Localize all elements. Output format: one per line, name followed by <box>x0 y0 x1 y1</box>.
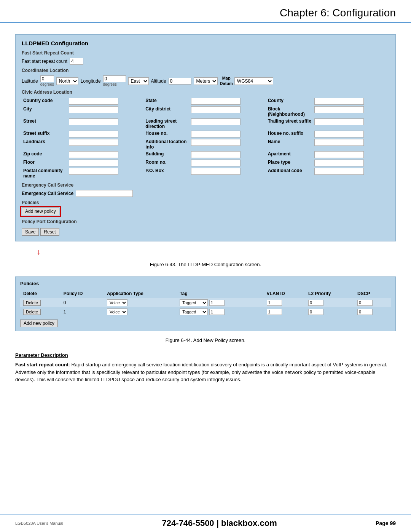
civic-label-leading-street: Leading streetdirection <box>144 118 190 130</box>
civic-input-trailing-suffix[interactable] <box>314 118 364 125</box>
civic-input-zipcode[interactable] <box>69 151 118 158</box>
civic-input-street-suffix[interactable] <box>69 131 118 137</box>
civic-section-title: Civic Address Location <box>22 89 389 95</box>
civic-input-block[interactable] <box>314 106 364 113</box>
altitude-label: Altitude <box>151 78 166 84</box>
arrow-annotation: ↓ <box>15 248 396 256</box>
civic-input-addl-code[interactable] <box>314 168 364 175</box>
col-vlan-id: VLAN ID <box>264 289 306 298</box>
l2-priority-input-1[interactable] <box>308 309 323 315</box>
civic-input-state[interactable] <box>191 98 241 105</box>
civic-input-postal-community[interactable] <box>69 168 118 175</box>
figure2-caption: Figure 6-44. Add New Policy screen. <box>15 337 396 343</box>
tag-select-1[interactable]: Tagged Untagged <box>180 308 208 315</box>
latitude-label: Latitude <box>22 78 38 84</box>
policies-panel: Policies Delete Policy ID Application Ty… <box>15 276 396 331</box>
vlan-tag-input-1[interactable] <box>209 309 225 315</box>
longitude-sub: degrees <box>103 82 117 86</box>
reset-button[interactable]: Reset <box>40 228 59 236</box>
ecs-input[interactable] <box>76 190 133 197</box>
coordinates-row: Latitude degrees North South Longitude d… <box>22 75 389 86</box>
vlan-id-input-1[interactable] <box>267 309 282 315</box>
fast-start-input[interactable] <box>70 58 83 65</box>
civic-input-house-no[interactable] <box>191 131 241 137</box>
save-button[interactable]: Save <box>22 228 39 236</box>
app-type-select-0[interactable]: Voice Video <box>107 299 127 306</box>
app-type-select-1[interactable]: Voice Video <box>107 308 127 315</box>
civic-label-name: Name <box>266 138 313 150</box>
civic-label-county: County <box>266 97 313 105</box>
tag-select-0[interactable]: Tagged Untagged <box>180 299 208 306</box>
civic-input-county[interactable] <box>314 98 364 105</box>
civic-label-block: Block(Neighbourhood) <box>266 105 313 118</box>
policy-row-0: Delete 0 Voice Video Tagged Untagged <box>20 298 391 308</box>
civic-input-citydistrict[interactable] <box>191 106 241 113</box>
civic-label-room-no: Room no. <box>144 159 190 167</box>
footer-center: 724-746-5500 | blackbox.com <box>162 518 277 528</box>
policy-row-1: Delete 1 Voice Video Tagged Untagged <box>20 307 391 316</box>
action-buttons: Save Reset <box>22 228 389 236</box>
civic-label-trailing-suffix: Trailing street suffix <box>266 118 313 130</box>
map-datum-label: MapDatum <box>220 76 233 86</box>
civic-label-addl-code: Additional code <box>266 167 313 179</box>
l2-priority-input-0[interactable] <box>308 300 323 306</box>
dscp-input-1[interactable] <box>357 309 373 315</box>
civic-label-building: Building <box>144 150 190 159</box>
policy-port-section: Policy Port Configuration <box>22 219 389 224</box>
vlan-tag-input-0[interactable] <box>209 300 225 306</box>
delete-button-0[interactable]: Delete <box>23 300 41 306</box>
civic-input-addl-location[interactable] <box>191 139 241 146</box>
civic-input-landmark[interactable] <box>69 139 118 146</box>
civic-row-8: Postal communityname P.O. Box Additional… <box>22 167 389 179</box>
policies-table: Delete Policy ID Application Type Tag VL… <box>20 289 391 316</box>
civic-input-house-no-suffix[interactable] <box>314 131 364 137</box>
ecs-label: Emergency Call Service <box>22 191 73 196</box>
policy-id-0: 0 <box>61 298 104 308</box>
fast-start-label: Fast start repeat count <box>22 59 67 64</box>
dscp-input-0[interactable] <box>357 300 373 306</box>
footer-right: Page 99 <box>376 520 396 526</box>
civic-input-floor[interactable] <box>69 160 118 166</box>
longitude-label: Longitude <box>81 78 101 84</box>
civic-label-street: Street <box>22 118 67 130</box>
vlan-id-input-0[interactable] <box>267 300 282 306</box>
map-datum-select[interactable]: WGS84 NAD83 NAD83/MLLW <box>234 77 273 85</box>
civic-input-street[interactable] <box>69 118 118 125</box>
civic-input-pobox[interactable] <box>191 168 241 175</box>
altitude-unit-select[interactable]: Meters Feet <box>194 77 218 85</box>
civic-input-city[interactable] <box>69 106 118 113</box>
civic-input-apartment[interactable] <box>314 151 364 158</box>
footer-left: LGB5028A User's Manual <box>15 521 63 526</box>
delete-button-1[interactable]: Delete <box>23 309 41 315</box>
page-header: Chapter 6: Configuration <box>0 0 411 23</box>
long-direction-select[interactable]: East West <box>128 77 149 85</box>
civic-row-1: Country code State County <box>22 97 389 105</box>
add-new-policy-button-2[interactable]: Add new policy <box>20 320 58 327</box>
page-footer: LGB5028A User's Manual 724-746-5500 | bl… <box>0 514 411 532</box>
civic-label-floor: Floor <box>22 159 67 167</box>
civic-label-city: City <box>22 105 67 118</box>
civic-input-room-no[interactable] <box>191 160 241 166</box>
civic-table: Country code State County City City dist… <box>22 97 389 179</box>
civic-input-leading-street[interactable] <box>191 118 241 125</box>
main-content: LLDPMED Configuration Fast Start Repeat … <box>0 34 411 383</box>
fast-start-desc: : Rapid startup and emergency call servi… <box>15 362 387 382</box>
civic-input-place-type[interactable] <box>314 160 364 166</box>
altitude-input[interactable] <box>169 78 191 85</box>
civic-input-name[interactable] <box>314 139 364 146</box>
add-new-policy-button[interactable]: Add new policy <box>22 208 59 215</box>
figure1-caption: Figure 6-43. The LLDP-MED Configuration … <box>15 262 396 267</box>
down-arrow-icon: ↓ <box>37 248 40 256</box>
col-app-type: Application Type <box>104 289 177 298</box>
fast-start-term: Fast start repeat count <box>15 362 68 367</box>
longitude-input[interactable] <box>103 75 126 82</box>
latitude-input[interactable] <box>40 75 54 82</box>
civic-label-house-no-suffix: House no. suffix <box>266 130 313 138</box>
param-section: Parameter Description Fast start repeat … <box>15 352 396 383</box>
param-title: Parameter Description <box>15 352 396 358</box>
civic-input-country[interactable] <box>69 98 118 105</box>
col-dscp: DSCP <box>354 289 391 298</box>
civic-input-building[interactable] <box>191 151 241 158</box>
direction-select[interactable]: North South <box>56 77 78 85</box>
col-l2-priority: L2 Priority <box>305 289 354 298</box>
